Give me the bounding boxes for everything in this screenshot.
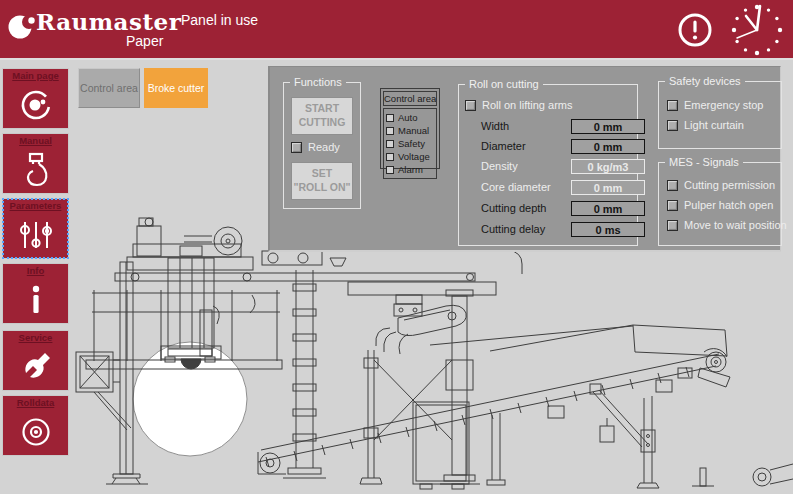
core-diameter-field: 0 mm <box>571 180 645 195</box>
control-area-status-list: Auto Manual Safety Voltage Alarm <box>383 108 437 179</box>
density-row: Density 0 kg/m3 <box>459 159 637 174</box>
diameter-row: Diameter 0 mm <box>459 139 637 154</box>
light-curtain-row: Light curtain <box>667 119 744 131</box>
move-to-wait-position-checkbox[interactable] <box>667 220 678 231</box>
cutting-delay-field[interactable]: 0 ms <box>571 222 645 237</box>
app-header: Raumaster Paper Panel in use <box>0 0 793 58</box>
group-title: MES - Signals <box>665 156 743 168</box>
sidebar-item-parameters[interactable]: Parameters <box>2 198 69 259</box>
ready-checkbox[interactable] <box>291 142 302 153</box>
roll-on-cutting-group: Roll on cutting Roll on lifting arms Wid… <box>458 84 638 246</box>
density-field: 0 kg/m3 <box>571 159 645 174</box>
roll-on-lifting-arms-checkbox[interactable] <box>465 100 476 111</box>
parameters-panel: Functions START CUTTING Ready SET "ROLL … <box>268 66 781 252</box>
roll-on-lifting-arms-row: Roll on lifting arms <box>465 99 572 111</box>
status-item-manual: Manual <box>386 125 434 136</box>
sidebar-item-rolldata[interactable]: Rolldata <box>2 395 69 456</box>
sidebar-item-info[interactable]: Info <box>2 263 69 324</box>
width-row: Width 0 mm <box>459 119 637 134</box>
wrench-icon <box>16 343 56 390</box>
cutting-permission-row: Cutting permission <box>667 179 775 191</box>
info-icon <box>16 276 56 323</box>
sidebar-item-label: Service <box>19 332 53 343</box>
light-curtain-checkbox[interactable] <box>667 120 678 131</box>
control-area-status-title: Control area <box>383 91 437 106</box>
width-field[interactable]: 0 mm <box>571 119 645 134</box>
header-divider <box>0 58 793 60</box>
alarm-checkbox[interactable] <box>386 166 394 174</box>
logo-roll-icon <box>16 81 56 128</box>
status-item-voltage: Voltage <box>386 151 434 162</box>
ready-checkbox-row: Ready <box>291 141 340 153</box>
safety-devices-group: Safety devices Emergency stop Light curt… <box>658 81 782 149</box>
control-area-button[interactable]: Control area <box>78 68 140 108</box>
sidebar-item-manual[interactable]: Manual <box>2 133 69 194</box>
group-title: Safety devices <box>665 75 745 87</box>
brand-name: Raumaster <box>36 8 181 35</box>
sliders-icon <box>16 211 56 258</box>
start-cutting-button[interactable]: START CUTTING <box>291 97 353 135</box>
move-to-wait-position-row: Move to wait position <box>667 219 787 231</box>
sidebar-item-main-page[interactable]: Main page <box>2 68 69 129</box>
group-title: Functions <box>290 76 346 88</box>
brand-sub: Paper <box>126 33 163 49</box>
roll-end-icon <box>16 408 56 455</box>
sidebar-item-label: Manual <box>19 135 52 146</box>
sidebar-item-service[interactable]: Service <box>2 330 69 391</box>
cutting-permission-checkbox[interactable] <box>667 180 678 191</box>
pulper-hatch-open-checkbox[interactable] <box>667 200 678 211</box>
alarm-warning-icon[interactable] <box>677 12 713 48</box>
control-area-status-box: Control area Auto Manual Safety Voltage … <box>380 88 440 169</box>
raumaster-logo-icon <box>7 9 37 45</box>
broke-cutter-button[interactable]: Broke cutter <box>144 68 208 108</box>
mes-signals-group: MES - Signals Cutting permission Pulper … <box>658 162 782 246</box>
paper-roll <box>133 342 247 456</box>
sidebar-item-label: Parameters <box>10 200 62 211</box>
cutting-delay-row: Cutting delay 0 ms <box>459 222 637 237</box>
emergency-stop-checkbox[interactable] <box>667 100 678 111</box>
auto-checkbox[interactable] <box>386 114 394 122</box>
pendant-control-icon <box>16 146 56 193</box>
emergency-stop-row: Emergency stop <box>667 99 763 111</box>
core-diameter-row: Core diameter 0 mm <box>459 180 637 195</box>
sidebar-item-label: Rolldata <box>17 397 54 408</box>
status-item-alarm: Alarm <box>386 164 434 175</box>
panel-status-text: Panel in use <box>181 12 258 28</box>
diameter-field[interactable]: 0 mm <box>571 139 645 154</box>
voltage-checkbox[interactable] <box>386 153 394 161</box>
manual-checkbox[interactable] <box>386 127 394 135</box>
status-item-auto: Auto <box>386 112 434 123</box>
status-item-safety: Safety <box>386 138 434 149</box>
functions-group: Functions START CUTTING Ready SET "ROLL … <box>283 82 361 209</box>
checkbox-label: Ready <box>308 141 340 153</box>
sidebar-item-label: Main page <box>12 70 58 81</box>
set-roll-on-button[interactable]: SET "ROLL ON" <box>291 162 353 200</box>
checkbox-label: Roll on lifting arms <box>482 99 572 111</box>
cutting-depth-field[interactable]: 0 mm <box>571 201 645 216</box>
group-title: Roll on cutting <box>465 78 543 90</box>
cutting-depth-row: Cutting depth 0 mm <box>459 201 637 216</box>
sidebar-item-label: Info <box>27 265 44 276</box>
clock-icon <box>729 2 785 58</box>
safety-checkbox[interactable] <box>386 140 394 148</box>
pulper-hatch-open-row: Pulper hatch open <box>667 199 773 211</box>
